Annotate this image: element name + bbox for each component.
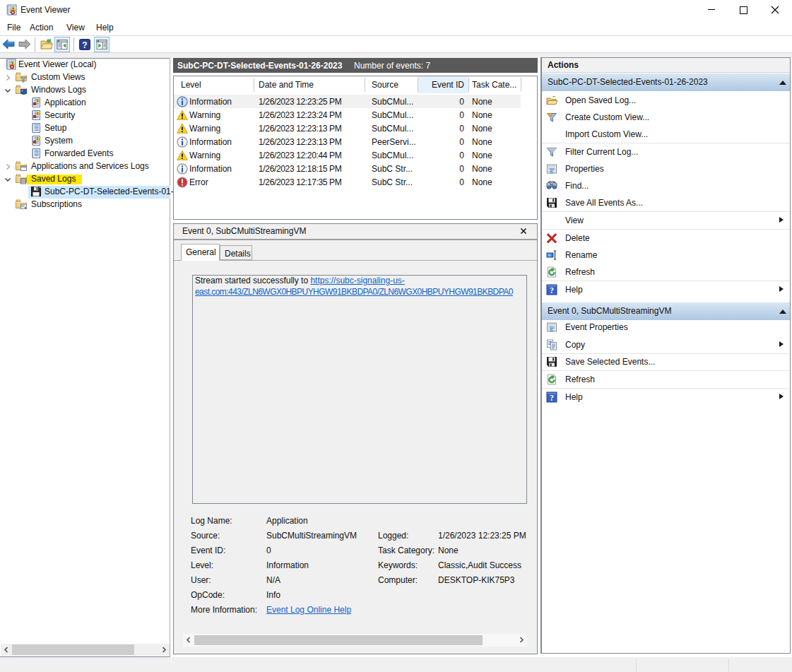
svg-text:?: ? bbox=[82, 40, 87, 50]
